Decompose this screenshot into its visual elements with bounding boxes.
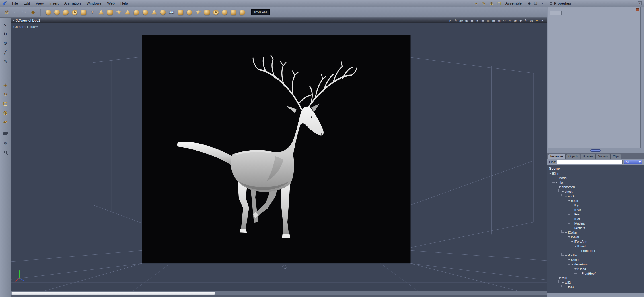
browser-tab[interactable]: Instances: [548, 154, 566, 159]
tree-item-tail3[interactable]: tail3: [547, 285, 644, 289]
camera-target-icon[interactable]: ⊕: [518, 18, 523, 23]
plant-tool-icon[interactable]: [132, 8, 141, 16]
star-tool-icon[interactable]: [114, 8, 123, 16]
grid-toggle-icon[interactable]: ▦: [470, 18, 474, 23]
menu-animation[interactable]: Animation: [61, 1, 84, 5]
backdrop-handle[interactable]: [282, 265, 288, 269]
spline-object-tool-icon[interactable]: [61, 8, 70, 16]
split-horizontal-icon[interactable]: ▤: [480, 18, 485, 23]
full-grid-pane-icon[interactable]: ▩: [497, 18, 501, 23]
pan-hand-icon[interactable]: ❖: [2, 139, 9, 147]
wrench-icon[interactable]: ⚒: [2, 8, 11, 16]
expand-triangle-icon[interactable]: [565, 232, 567, 233]
scrollbar-thumb[interactable]: [11, 292, 215, 295]
ocean-tool-icon[interactable]: [176, 8, 185, 16]
tree-item-lEye[interactable]: lEye: [547, 203, 644, 207]
tree-item-Model[interactable]: Model: [547, 176, 644, 180]
viewport-titlebar[interactable]: ▪ 3DView of Doc1 ▸✎aA◉▦■▤▥▦▩◇◎◉⊕↻▧●●: [11, 18, 547, 23]
agi-text-tool-icon[interactable]: AGI: [167, 8, 176, 16]
scale-tool-icon[interactable]: ▢: [2, 99, 9, 107]
tree-item-chest[interactable]: chest: [547, 189, 644, 194]
vertex-object-tool-icon[interactable]: [53, 8, 61, 16]
cube-tool-icon[interactable]: [79, 8, 88, 16]
browser-horizontal-scrollbar[interactable]: [547, 293, 644, 297]
browser-tab[interactable]: Shaders: [581, 154, 596, 159]
tree-item-hip[interactable]: hip: [547, 180, 644, 185]
silver-sphere-icon[interactable]: ●: [540, 18, 545, 23]
menu-insert[interactable]: Insert: [46, 1, 61, 5]
tree-item-neck[interactable]: neck: [547, 194, 644, 198]
shaded-mode-icon[interactable]: ◎: [507, 18, 512, 23]
filter-dropdown[interactable]: All ▾: [624, 160, 642, 164]
expand-triangle-icon[interactable]: [549, 173, 551, 174]
expand-triangle-icon[interactable]: [562, 191, 564, 192]
pointer-tool-icon[interactable]: ↖: [2, 21, 9, 28]
expand-triangle-icon[interactable]: [571, 241, 573, 242]
tree-item-rCollar[interactable]: rCollar: [547, 253, 644, 257]
polymesh-tool-icon[interactable]: [106, 8, 114, 16]
undo-icon[interactable]: ↶: [11, 8, 20, 16]
expand-triangle-icon[interactable]: [568, 200, 570, 202]
zoom-tool-icon[interactable]: [2, 148, 9, 156]
eye-icon[interactable]: ◉: [526, 1, 532, 6]
menu-help[interactable]: Help: [118, 1, 131, 5]
tree-item-lForeArm[interactable]: lForeArm: [547, 239, 644, 244]
properties-empty-tab[interactable]: [550, 11, 562, 15]
terrain-tool-icon[interactable]: [123, 8, 132, 16]
split-vertical-icon[interactable]: ▥: [486, 18, 491, 23]
tree-item-rEye[interactable]: rEye: [547, 207, 644, 212]
expand-triangle-icon[interactable]: [559, 277, 561, 279]
single-pane-icon[interactable]: ■: [475, 18, 480, 23]
expand-triangle-icon[interactable]: [562, 282, 564, 283]
tree-item-lAntlers[interactable]: lAntlers: [547, 221, 644, 226]
expand-triangle-icon[interactable]: [565, 196, 567, 197]
restore-window-icon[interactable]: ❐: [533, 1, 539, 6]
textured-mode-icon[interactable]: ◉: [513, 18, 518, 23]
expand-triangle-icon[interactable]: [568, 236, 570, 238]
measure-tool-icon[interactable]: [238, 8, 247, 16]
tree-item-lHand[interactable]: lHand: [547, 244, 644, 248]
menu-web[interactable]: Web: [104, 1, 118, 5]
menu-file[interactable]: File: [9, 1, 21, 5]
tree-item-rForeArm[interactable]: rForeArm: [547, 262, 644, 267]
tree-item-lFrontHoof[interactable]: lFrontHoof: [547, 248, 644, 253]
paintbrush-tool-icon[interactable]: ✎: [2, 57, 9, 65]
tree-item-lShldr[interactable]: lShldr: [547, 235, 644, 239]
finger-tool-icon[interactable]: ◆: [29, 8, 38, 16]
scalpel-tool-icon[interactable]: ╱: [2, 48, 9, 56]
shear-tool-icon[interactable]: ▱: [2, 118, 9, 125]
menu-view[interactable]: View: [33, 1, 46, 5]
panel-collapse-button[interactable]: [636, 8, 639, 11]
panel-splitter[interactable]: [547, 148, 644, 153]
rotate-view-tool-icon[interactable]: ↻: [2, 30, 9, 38]
tree-item-tail1[interactable]: tail1: [547, 276, 644, 280]
close-window-icon[interactable]: ×: [539, 1, 545, 6]
metaball-tool-icon[interactable]: [70, 8, 79, 16]
wireframe-mode-icon[interactable]: ◇: [502, 18, 507, 23]
particle-tool-icon[interactable]: [211, 8, 220, 16]
render-room-icon[interactable]: ❏: [495, 1, 503, 6]
cone-tool-icon[interactable]: [97, 8, 106, 16]
expand-triangle-icon[interactable]: [571, 264, 573, 265]
fire-tool-icon[interactable]: [150, 8, 159, 16]
find-input[interactable]: [557, 160, 623, 164]
tree-item-rShldr[interactable]: rShldr: [547, 257, 644, 262]
group-tool-icon[interactable]: [229, 8, 238, 16]
move-tool-icon[interactable]: ✛: [2, 81, 9, 89]
tree-item-rFrontHoof[interactable]: rFrontHoof: [547, 271, 644, 276]
menu-edit[interactable]: Edit: [21, 1, 33, 5]
tree-item-lEar[interactable]: lEar: [547, 212, 644, 217]
marker-icon[interactable]: ▸: [448, 18, 453, 23]
tree-item-rEar[interactable]: rEar: [547, 217, 644, 221]
light-tool-icon[interactable]: [194, 8, 203, 16]
texture-room-icon[interactable]: ✱: [488, 1, 495, 6]
universal-manipulator-icon[interactable]: ⊕: [2, 39, 9, 47]
properties-scrollbar[interactable]: [640, 7, 643, 148]
gold-sphere-icon[interactable]: ●: [534, 18, 539, 23]
splitter-grip[interactable]: [590, 149, 601, 152]
tree-item-abdomen[interactable]: abdomen: [547, 185, 644, 189]
expand-triangle-icon[interactable]: [568, 259, 570, 261]
browser-tab[interactable]: Objects: [566, 154, 580, 159]
edit-display-icon[interactable]: ✎: [453, 18, 458, 23]
antialias-icon[interactable]: aA: [459, 18, 464, 23]
